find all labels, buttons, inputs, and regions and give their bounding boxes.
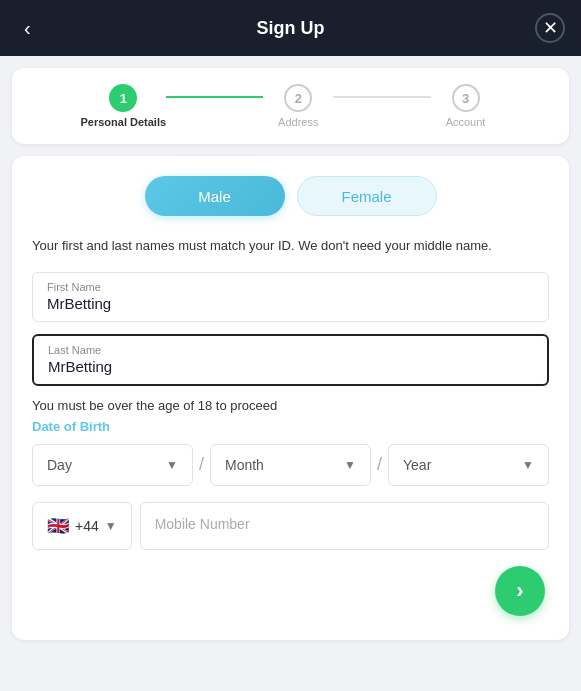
day-placeholder: Day xyxy=(47,457,72,473)
month-placeholder: Month xyxy=(225,457,264,473)
dob-label: Date of Birth xyxy=(32,419,549,434)
next-btn-wrap: › xyxy=(32,566,549,616)
first-name-field[interactable]: First Name MrBetting xyxy=(32,272,549,322)
step-2-label: Address xyxy=(278,116,318,128)
month-chevron-icon: ▼ xyxy=(344,458,356,472)
year-placeholder: Year xyxy=(403,457,431,473)
progress-line-2 xyxy=(333,96,430,98)
year-chevron-icon: ▼ xyxy=(522,458,534,472)
next-arrow-icon: › xyxy=(516,578,523,604)
first-name-label: First Name xyxy=(47,281,534,293)
last-name-field[interactable]: Last Name MrBetting xyxy=(32,334,549,386)
day-chevron-icon: ▼ xyxy=(166,458,178,472)
mobile-number-input[interactable]: Mobile Number xyxy=(140,502,549,550)
phone-row: 🇬🇧 +44 ▼ Mobile Number xyxy=(32,502,549,550)
header: ‹ Sign Up ✕ xyxy=(0,0,581,56)
step-1-circle: 1 xyxy=(109,84,137,112)
step-3-circle: 3 xyxy=(452,84,480,112)
female-button[interactable]: Female xyxy=(297,176,437,216)
year-dropdown[interactable]: Year ▼ xyxy=(388,444,549,486)
close-button[interactable]: ✕ xyxy=(535,13,565,43)
first-name-value: MrBetting xyxy=(47,295,111,312)
dob-divider-2: / xyxy=(375,454,384,475)
step-3: 3 Account xyxy=(431,84,501,128)
progress-container: 1 Personal Details 2 Address 3 Account xyxy=(12,68,569,144)
day-dropdown[interactable]: Day ▼ xyxy=(32,444,193,486)
page-title: Sign Up xyxy=(257,18,325,39)
last-name-label: Last Name xyxy=(48,344,533,356)
step-1: 1 Personal Details xyxy=(81,84,167,128)
gender-toggle: Male Female xyxy=(32,176,549,216)
mobile-placeholder: Mobile Number xyxy=(155,516,250,532)
back-button[interactable]: ‹ xyxy=(16,13,39,44)
progress-steps: 1 Personal Details 2 Address 3 Account xyxy=(81,84,501,128)
step-1-label: Personal Details xyxy=(81,116,167,128)
country-code-dropdown[interactable]: 🇬🇧 +44 ▼ xyxy=(32,502,132,550)
dob-divider-1: / xyxy=(197,454,206,475)
phone-chevron-icon: ▼ xyxy=(105,519,117,533)
age-warning-text: You must be over the age of 18 to procee… xyxy=(32,398,549,413)
step-2: 2 Address xyxy=(263,84,333,128)
next-button[interactable]: › xyxy=(495,566,545,616)
progress-line-1 xyxy=(166,96,263,98)
phone-code: +44 xyxy=(75,518,99,534)
main-content: Male Female Your first and last names mu… xyxy=(12,156,569,640)
last-name-value: MrBetting xyxy=(48,358,112,375)
flag-icon: 🇬🇧 xyxy=(47,515,69,537)
name-info-text: Your first and last names must match you… xyxy=(32,236,549,256)
male-button[interactable]: Male xyxy=(145,176,285,216)
month-dropdown[interactable]: Month ▼ xyxy=(210,444,371,486)
step-3-label: Account xyxy=(446,116,486,128)
step-2-circle: 2 xyxy=(284,84,312,112)
dob-row: Day ▼ / Month ▼ / Year ▼ xyxy=(32,444,549,486)
